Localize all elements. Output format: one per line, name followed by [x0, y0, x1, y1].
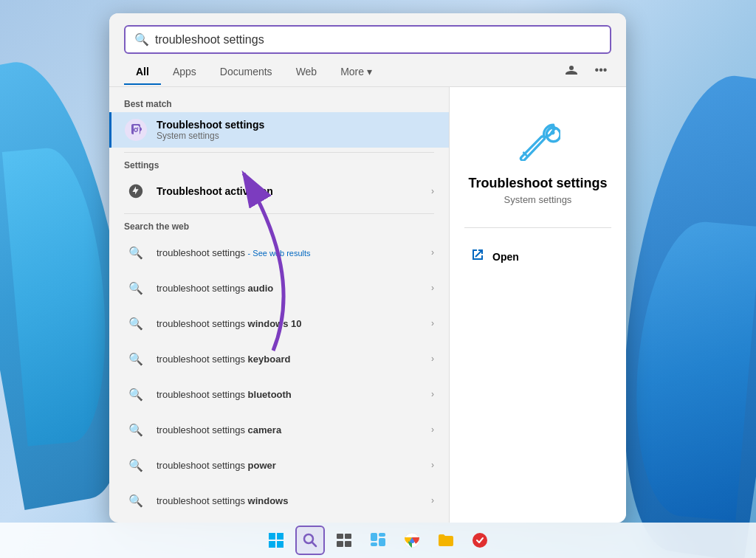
web-item-see-results[interactable]: 🔍 troubleshoot settings - See web result… — [109, 235, 449, 270]
best-match-title: Troubleshoot settings — [157, 119, 434, 131]
svg-rect-13 — [345, 541, 351, 547]
best-match-label: Best match — [109, 96, 449, 112]
web-search-icon-4: 🔍 — [124, 347, 148, 371]
tab-web[interactable]: Web — [284, 61, 329, 85]
settings-section-label: Settings — [109, 157, 449, 173]
svg-rect-17 — [371, 542, 377, 546]
search-icon: 🔍 — [134, 32, 149, 46]
web-item-power-title: troubleshoot settings power — [157, 460, 422, 471]
detail-subtitle: System settings — [504, 194, 572, 205]
web-section-label: Search the web — [109, 218, 449, 235]
web-arrow-5: › — [431, 389, 434, 399]
best-match-subtitle: System settings — [157, 131, 434, 141]
svg-rect-7 — [277, 541, 284, 548]
ellipsis-icon: ••• — [595, 63, 608, 77]
tab-more[interactable]: More ▾ — [329, 61, 384, 85]
web-search-icon-6: 🔍 — [124, 418, 148, 441]
web-item-power-text: troubleshoot settings power — [157, 460, 422, 471]
web-item-camera[interactable]: 🔍 troubleshoot settings camera › — [109, 412, 449, 447]
web-arrow-6: › — [431, 424, 434, 435]
tab-all[interactable]: All — [124, 61, 161, 85]
best-match-item[interactable]: Troubleshoot settings System settings — [109, 112, 449, 148]
taskbar-chrome-button[interactable] — [397, 526, 427, 555]
web-item-audio-text: troubleshoot settings audio — [157, 283, 422, 294]
web-item-audio-title: troubleshoot settings audio — [157, 283, 422, 294]
web-item-windows-text: troubleshoot settings windows — [157, 495, 422, 506]
tab-apps[interactable]: Apps — [161, 61, 208, 85]
detail-panel: Troubleshoot settings System settings Op… — [449, 87, 626, 523]
svg-rect-4 — [269, 533, 275, 540]
svg-rect-14 — [371, 533, 377, 541]
web-arrow-2: › — [431, 283, 434, 293]
web-search-icon-5: 🔍 — [124, 382, 148, 406]
web-item-power[interactable]: 🔍 troubleshoot settings power › — [109, 447, 449, 483]
chevron-down-icon: ▾ — [367, 66, 372, 78]
svg-point-0 — [125, 119, 147, 141]
web-arrow-8: › — [431, 495, 434, 506]
taskbar — [0, 523, 756, 558]
tabs-left: All Apps Documents Web More ▾ — [124, 61, 384, 85]
divider1 — [124, 152, 434, 153]
detail-title: Troubleshoot settings — [468, 176, 607, 191]
web-item-bluetooth-title: troubleshoot settings bluetooth — [157, 389, 422, 400]
web-search-icon-8: 🔍 — [124, 489, 148, 512]
svg-rect-16 — [379, 538, 385, 546]
taskbar-app6-button[interactable] — [465, 526, 495, 555]
taskbar-widgets-button[interactable] — [363, 526, 393, 555]
taskbar-taskview-button[interactable] — [329, 526, 359, 555]
taskbar-explorer-button[interactable] — [431, 526, 461, 555]
tabs-row: All Apps Documents Web More ▾ ••• — [109, 54, 626, 87]
open-icon — [470, 247, 485, 266]
web-arrow-4: › — [431, 354, 434, 364]
web-item-see-results-title: troubleshoot settings - See web results — [157, 247, 422, 258]
settings-item-icon — [124, 179, 148, 203]
web-arrow-7: › — [431, 460, 434, 470]
best-match-icon — [124, 118, 148, 142]
search-input-wrapper[interactable]: 🔍 — [124, 25, 611, 54]
tabs-right: ••• — [561, 60, 611, 86]
search-input[interactable] — [155, 33, 601, 46]
desktop: 🔍 All Apps Documents Web More ▾ — [0, 0, 756, 558]
search-panel: 🔍 All Apps Documents Web More ▾ — [109, 13, 626, 523]
tab-documents[interactable]: Documents — [208, 61, 284, 85]
settings-item-troubleshoot-activation[interactable]: Troubleshoot activation › — [109, 173, 449, 209]
web-arrow-3: › — [431, 318, 434, 328]
main-area: Best match Troubleshoot settings System … — [109, 87, 626, 523]
web-item-keyboard-title: troubleshoot settings keyboard — [157, 354, 422, 365]
person-icon-button[interactable] — [561, 60, 582, 80]
web-item-bluetooth[interactable]: 🔍 troubleshoot settings bluetooth › — [109, 376, 449, 412]
detail-open-action[interactable]: Open — [464, 243, 611, 270]
taskbar-windows-button[interactable] — [261, 526, 291, 555]
web-search-icon-3: 🔍 — [124, 311, 148, 335]
detail-divider — [464, 227, 611, 228]
web-item-audio[interactable]: 🔍 troubleshoot settings audio › — [109, 270, 449, 306]
web-item-windows10[interactable]: 🔍 troubleshoot settings windows 10 › — [109, 306, 449, 341]
settings-item-arrow: › — [431, 186, 434, 196]
web-item-windows10-title: troubleshoot settings windows 10 — [157, 318, 422, 329]
svg-rect-5 — [277, 533, 284, 540]
best-match-text: Troubleshoot settings System settings — [157, 119, 434, 141]
web-item-windows10-text: troubleshoot settings windows 10 — [157, 318, 422, 329]
web-item-bluetooth-text: troubleshoot settings bluetooth — [157, 389, 422, 400]
web-item-windows-title: troubleshoot settings windows — [157, 495, 422, 506]
detail-icon — [516, 117, 560, 164]
web-item-keyboard[interactable]: 🔍 troubleshoot settings keyboard › — [109, 341, 449, 376]
svg-rect-15 — [379, 533, 385, 537]
web-item-see-results-text: troubleshoot settings - See web results — [157, 247, 422, 258]
web-search-icon-7: 🔍 — [124, 453, 148, 477]
ellipsis-icon-button[interactable]: ••• — [591, 60, 611, 80]
svg-line-9 — [312, 542, 317, 547]
svg-rect-12 — [337, 541, 343, 547]
svg-rect-11 — [345, 534, 351, 539]
settings-item-title: Troubleshoot activation — [157, 185, 422, 197]
web-item-camera-title: troubleshoot settings camera — [157, 424, 422, 435]
open-label[interactable]: Open — [492, 251, 519, 263]
web-item-windows[interactable]: 🔍 troubleshoot settings windows › — [109, 483, 449, 518]
web-item-keyboard-text: troubleshoot settings keyboard — [157, 354, 422, 365]
search-box-area: 🔍 — [109, 13, 626, 54]
web-item-camera-text: troubleshoot settings camera — [157, 424, 422, 435]
divider2 — [124, 213, 434, 214]
svg-rect-10 — [337, 534, 343, 539]
svg-rect-6 — [269, 541, 275, 548]
taskbar-search-button[interactable] — [295, 526, 325, 555]
